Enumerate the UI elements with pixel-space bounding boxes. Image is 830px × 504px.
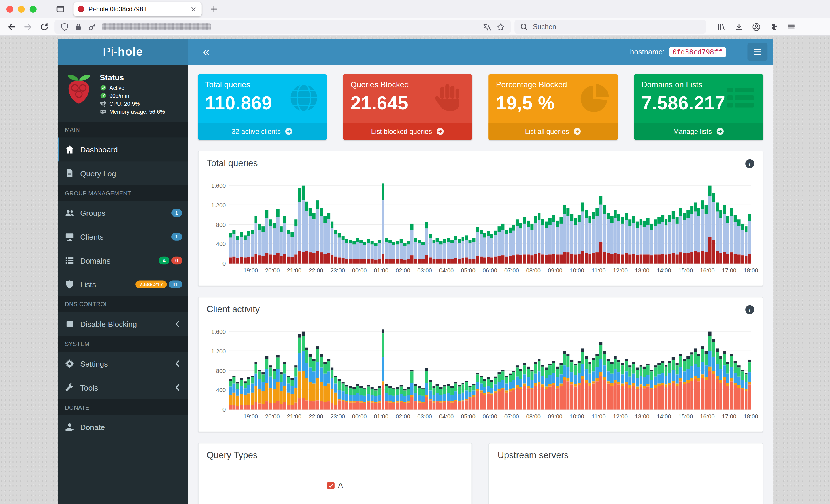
- chart-bar[interactable]: [265, 327, 268, 409]
- chart-bar[interactable]: [320, 181, 323, 264]
- chart-bar[interactable]: [679, 181, 682, 264]
- chart-bar[interactable]: [425, 327, 428, 409]
- chart-bar[interactable]: [330, 327, 334, 409]
- chart-bar[interactable]: [748, 181, 751, 264]
- chart-bar[interactable]: [367, 327, 370, 409]
- chart-bar[interactable]: [603, 327, 606, 409]
- chart-bar[interactable]: [476, 327, 479, 409]
- chart-bar[interactable]: [519, 181, 522, 264]
- chart-bar[interactable]: [596, 181, 599, 264]
- chart-bar[interactable]: [410, 181, 414, 264]
- chart-bar[interactable]: [628, 327, 632, 409]
- chart-bar[interactable]: [614, 327, 617, 409]
- chart-bar[interactable]: [621, 181, 624, 264]
- chart-bar[interactable]: [560, 181, 563, 264]
- sidebar-item-settings[interactable]: Settings: [57, 351, 188, 375]
- chart-bar[interactable]: [338, 327, 341, 409]
- chart-bar[interactable]: [505, 327, 508, 409]
- chart-bar[interactable]: [730, 181, 733, 264]
- chart-bar[interactable]: [603, 181, 606, 264]
- chart-bar[interactable]: [236, 181, 240, 264]
- chart-bar[interactable]: [519, 327, 522, 409]
- chart-bar[interactable]: [690, 181, 693, 264]
- chart-bar[interactable]: [581, 327, 584, 409]
- chart-bar[interactable]: [523, 181, 526, 264]
- chart-bar[interactable]: [338, 181, 341, 264]
- chart-bar[interactable]: [240, 181, 243, 264]
- info-icon[interactable]: i: [745, 159, 754, 168]
- chart-bar[interactable]: [683, 327, 686, 409]
- sidebar-item-donate[interactable]: Donate: [57, 415, 188, 439]
- chart-bar[interactable]: [276, 181, 279, 264]
- chart-bar[interactable]: [356, 327, 359, 409]
- chart-bar[interactable]: [530, 327, 534, 409]
- chart-bar[interactable]: [534, 327, 537, 409]
- chart-bar[interactable]: [675, 181, 679, 264]
- chart-bar[interactable]: [625, 327, 628, 409]
- chart-bar[interactable]: [625, 181, 628, 264]
- chart-bar[interactable]: [646, 327, 649, 409]
- chart-bar[interactable]: [374, 181, 377, 264]
- chart-bar[interactable]: [545, 181, 548, 264]
- chart-bar[interactable]: [334, 181, 338, 264]
- chart-bar[interactable]: [592, 181, 595, 264]
- chart-bar[interactable]: [312, 181, 316, 264]
- chart-bar[interactable]: [472, 181, 476, 264]
- chart-bar[interactable]: [708, 181, 711, 264]
- chart-bar[interactable]: [588, 327, 592, 409]
- chart-bar[interactable]: [360, 181, 363, 264]
- chart-bar[interactable]: [516, 327, 519, 409]
- chart-bar[interactable]: [294, 181, 297, 264]
- chart-bar[interactable]: [563, 181, 566, 264]
- chart-bar[interactable]: [396, 181, 399, 264]
- chart-bar[interactable]: [232, 327, 236, 409]
- chart-bar[interactable]: [269, 327, 272, 409]
- chart-bar[interactable]: [668, 181, 671, 264]
- chart-bar[interactable]: [712, 181, 715, 264]
- chart-bar[interactable]: [708, 327, 711, 409]
- chart-bar[interactable]: [262, 181, 265, 264]
- chart-bar[interactable]: [501, 327, 504, 409]
- stat-card-footer-link[interactable]: 32 active clients: [198, 123, 327, 140]
- chart-bar[interactable]: [570, 327, 574, 409]
- chart-bar[interactable]: [607, 327, 610, 409]
- chart-bar[interactable]: [556, 327, 559, 409]
- chart-bar[interactable]: [632, 327, 635, 409]
- chart-bar[interactable]: [461, 327, 465, 409]
- sidebar-item-domains[interactable]: Domains40: [57, 248, 188, 272]
- window-close-button[interactable]: [6, 5, 13, 12]
- chart-bar[interactable]: [298, 327, 301, 409]
- new-tab-button[interactable]: [209, 4, 219, 14]
- chart-bar[interactable]: [428, 327, 432, 409]
- chart-bar[interactable]: [407, 327, 410, 409]
- browser-tab[interactable]: Pi-hole 0fd38cd798ff: [73, 2, 201, 16]
- chart-bar[interactable]: [632, 181, 635, 264]
- chart-bars[interactable]: [229, 181, 751, 264]
- chart-bar[interactable]: [385, 181, 388, 264]
- downloads-icon[interactable]: [734, 21, 744, 32]
- chart-bar[interactable]: [389, 181, 392, 264]
- chart-bar[interactable]: [574, 181, 577, 264]
- chart-bar[interactable]: [712, 327, 715, 409]
- tracking-shield-icon[interactable]: [60, 22, 69, 31]
- chart-bar[interactable]: [251, 181, 254, 264]
- chart-bar[interactable]: [407, 181, 410, 264]
- chart-bar[interactable]: [305, 181, 308, 264]
- chart-bar[interactable]: [371, 327, 374, 409]
- sidebar-item-lists[interactable]: Lists7.586.21711: [57, 272, 188, 296]
- chart-bar[interactable]: [610, 327, 613, 409]
- chart-bar[interactable]: [501, 181, 504, 264]
- chart-bar[interactable]: [639, 181, 642, 264]
- chart-bar[interactable]: [269, 181, 272, 264]
- chart-bar[interactable]: [458, 181, 461, 264]
- chart-bar[interactable]: [494, 181, 497, 264]
- chart-bar[interactable]: [679, 327, 682, 409]
- chart-bar[interactable]: [744, 327, 747, 409]
- chart-bar[interactable]: [483, 327, 486, 409]
- chart-bar[interactable]: [741, 181, 744, 264]
- chart-bar[interactable]: [378, 181, 381, 264]
- chart-bar[interactable]: [425, 181, 428, 264]
- chart-bar[interactable]: [705, 327, 708, 409]
- chart-bar[interactable]: [309, 327, 312, 409]
- chart-bar[interactable]: [301, 181, 305, 264]
